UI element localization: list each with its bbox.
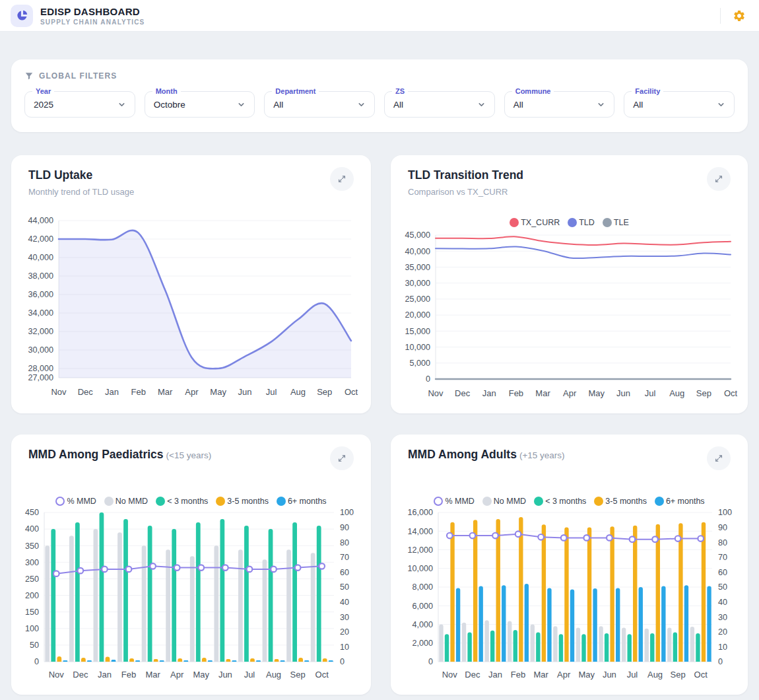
svg-text:25,000: 25,000 (405, 295, 430, 304)
filter-zs[interactable]: ZS All (384, 91, 495, 118)
chevron-down-icon (597, 100, 605, 109)
legend-item[interactable]: 6+ months (277, 497, 327, 506)
svg-text:20: 20 (718, 627, 727, 637)
legend-item[interactable]: % MMD (55, 497, 96, 506)
legend-dot (55, 497, 65, 506)
legend-item[interactable]: No MMD (482, 497, 526, 506)
filter-label: Commune (512, 87, 554, 96)
svg-text:80: 80 (718, 538, 727, 547)
legend-item[interactable]: 3-5 months (594, 497, 647, 506)
svg-text:12,000: 12,000 (407, 545, 433, 555)
legend-label: TX_CURR (521, 218, 560, 227)
svg-text:Apr: Apr (170, 670, 184, 680)
svg-text:0: 0 (340, 657, 345, 666)
expand-icon (337, 174, 346, 184)
expand-button[interactable] (330, 167, 354, 191)
chart-title: MMD Among Paediatrics(<15 years) (28, 448, 211, 462)
filter-value: All (273, 100, 283, 110)
filter-value: All (393, 100, 403, 110)
svg-text:May: May (579, 670, 595, 680)
filter-label: Year (32, 87, 54, 96)
svg-text:150: 150 (25, 608, 39, 617)
chart-legend: % MMDNo MMD< 3 months3-5 months6+ months (401, 497, 737, 506)
expand-button[interactable] (707, 167, 731, 191)
filters-row: Year 2025 Month Octobre Department All Z… (24, 91, 735, 118)
svg-text:Apr: Apr (185, 387, 199, 397)
legend-dot (482, 497, 492, 506)
svg-text:16,000: 16,000 (407, 508, 433, 517)
page-subtitle: SUPPLY CHAIN ANALYTICS (40, 18, 145, 26)
chart-title: TLD Transition Trend (408, 168, 526, 182)
svg-text:0: 0 (426, 374, 430, 384)
legend-dot (568, 218, 577, 227)
svg-text:10: 10 (718, 643, 727, 652)
filter-month[interactable]: Month Octobre (145, 91, 255, 118)
svg-text:34,000: 34,000 (28, 308, 53, 318)
svg-text:40,000: 40,000 (28, 253, 53, 262)
header-divider (720, 8, 721, 24)
svg-text:20: 20 (340, 627, 349, 637)
svg-text:Jun: Jun (238, 387, 251, 397)
legend-label: 6+ months (666, 497, 705, 506)
expand-icon (714, 174, 723, 184)
legend-item[interactable]: TX_CURR (510, 218, 560, 227)
settings-button[interactable] (730, 7, 748, 25)
charts-grid: TLD Uptake Monthly trend of TLD usage 44… (11, 155, 748, 695)
legend-dot (216, 497, 225, 506)
chart-legend: % MMDNo MMD< 3 months3-5 months6+ months (22, 497, 360, 506)
chevron-down-icon (237, 100, 246, 109)
legend-item[interactable]: 3-5 months (216, 497, 269, 506)
svg-text:8,000: 8,000 (412, 582, 433, 592)
svg-text:60: 60 (340, 568, 349, 577)
legend-label: % MMD (67, 497, 96, 506)
legend-item[interactable]: 6+ months (655, 497, 705, 506)
svg-text:200: 200 (25, 591, 39, 600)
svg-text:40,000: 40,000 (405, 247, 430, 256)
svg-text:Sep: Sep (671, 670, 686, 680)
legend-dot (156, 497, 165, 506)
app-logo (11, 5, 33, 27)
chart-card-tld-transition: TLD Transition Trend Comparison vs TX_CU… (391, 155, 748, 413)
svg-text:Jan: Jan (98, 670, 112, 680)
legend-label: No MMD (116, 497, 148, 506)
svg-text:Nov: Nov (49, 670, 65, 680)
svg-text:100: 100 (25, 624, 39, 633)
legend-label: No MMD (494, 497, 526, 506)
svg-text:Mar: Mar (158, 387, 173, 397)
svg-text:Aug: Aug (647, 670, 663, 680)
svg-text:Jul: Jul (244, 670, 255, 680)
expand-button[interactable] (707, 446, 731, 470)
svg-text:300: 300 (25, 558, 39, 567)
chart-subtitle: Monthly trend of TLD usage (28, 187, 134, 197)
svg-text:38,000: 38,000 (28, 271, 53, 281)
legend-item[interactable]: TLE (603, 218, 629, 227)
svg-text:Dec: Dec (465, 670, 480, 680)
legend-item[interactable]: < 3 months (156, 497, 208, 506)
filter-facility[interactable]: Facility All (624, 91, 735, 118)
expand-button[interactable] (330, 446, 354, 470)
chart-card-tld-uptake: TLD Uptake Monthly trend of TLD usage 44… (11, 155, 371, 413)
filter-label: Department (272, 87, 319, 96)
legend-dot (655, 497, 664, 506)
svg-text:6,000: 6,000 (412, 602, 433, 611)
expand-icon (337, 454, 346, 463)
svg-text:Jun: Jun (218, 670, 232, 680)
filter-year[interactable]: Year 2025 (24, 91, 135, 118)
legend-item[interactable]: TLD (568, 218, 595, 227)
chevron-down-icon (357, 100, 366, 109)
svg-text:4,000: 4,000 (412, 620, 433, 629)
legend-item[interactable]: % MMD (434, 497, 474, 506)
svg-text:30: 30 (340, 613, 349, 622)
legend-item[interactable]: No MMD (104, 497, 148, 506)
chevron-down-icon (117, 100, 126, 109)
legend-item[interactable]: < 3 months (534, 497, 586, 506)
svg-text:Dec: Dec (73, 670, 88, 680)
legend-label: < 3 months (167, 497, 208, 506)
filter-department[interactable]: Department All (264, 91, 375, 118)
chevron-down-icon (717, 100, 725, 109)
svg-text:Oct: Oct (724, 388, 738, 398)
gear-icon (733, 9, 746, 22)
svg-text:Feb: Feb (131, 387, 146, 397)
svg-text:35,000: 35,000 (405, 263, 430, 272)
filter-commune[interactable]: Commune All (504, 91, 615, 118)
